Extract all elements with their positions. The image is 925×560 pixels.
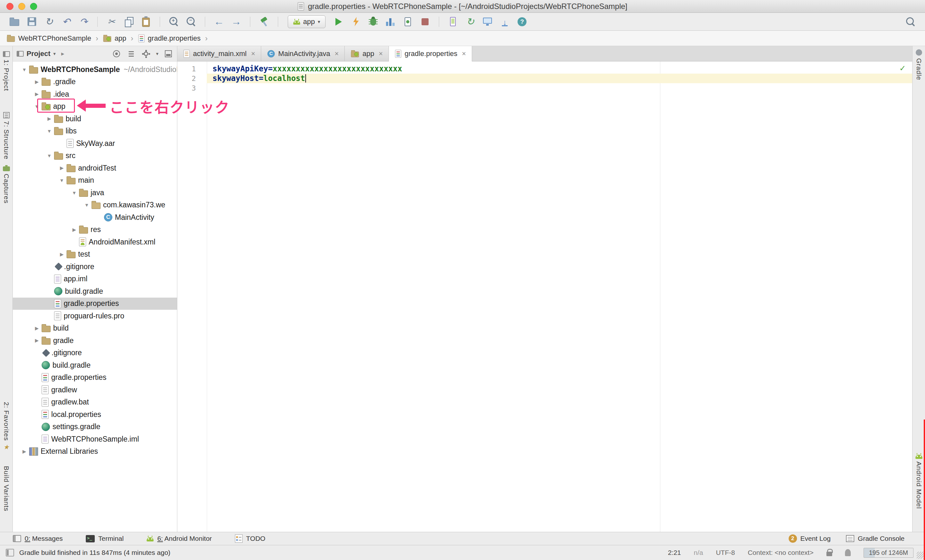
tree-item-webrtcphonesample[interactable]: ▼WebRTCPhoneSample~/AndroidStudioProject… — [13, 63, 177, 76]
stripe-button-1-project[interactable]: 1: Project — [0, 51, 12, 91]
editor-tab-app[interactable]: app× — [345, 46, 389, 61]
undo-icon[interactable] — [60, 15, 73, 29]
collapse-all-icon[interactable] — [127, 49, 136, 59]
tree-item-webrtcphonesample-iml[interactable]: WebRTCPhoneSample.iml — [13, 433, 177, 446]
stripe-button-7-structure[interactable]: 7: Structure — [0, 112, 12, 160]
tree-item-gradle-properties[interactable]: gradle.properties — [13, 298, 177, 310]
tree-item-build-gradle[interactable]: build.gradle — [13, 285, 177, 298]
avd-manager-icon[interactable] — [446, 15, 459, 29]
tree-item-com-kawasin73-we[interactable]: ▼com.kawasin73.we — [13, 199, 177, 212]
collapsed-arrow-icon[interactable]: ▶ — [32, 337, 42, 343]
tree-item-gradlew-bat[interactable]: gradlew.bat — [13, 396, 177, 409]
hide-icon[interactable] — [164, 49, 173, 59]
search-icon[interactable] — [904, 15, 917, 29]
gradle-console-button[interactable]: Gradle Console — [846, 535, 904, 542]
paste-icon[interactable] — [139, 15, 153, 29]
breadcrumb-item-gradle-properties[interactable]: gradle.properties — [138, 34, 201, 43]
editor-tab-activity-main-xml[interactable]: activity_main.xml× — [177, 46, 261, 61]
tree-item-build-gradle[interactable]: build.gradle — [13, 359, 177, 372]
tree-item-gradlew[interactable]: gradlew — [13, 384, 177, 396]
expanded-arrow-icon[interactable]: ▼ — [45, 128, 54, 134]
tree-item-androidmanifest-xml[interactable]: AndroidManifest.xml — [13, 236, 177, 248]
tree-item-external-libraries[interactable]: ▶External Libraries — [13, 446, 177, 458]
tree-item-proguard-rules-pro[interactable]: proguard-rules.pro — [13, 310, 177, 322]
tree-item-mainactivity[interactable]: MainActivity — [13, 211, 177, 224]
coverage-icon[interactable] — [384, 15, 397, 29]
breadcrumb-item-app[interactable]: app — [103, 34, 127, 42]
help-icon[interactable] — [515, 15, 529, 29]
lock-icon[interactable] — [826, 552, 832, 556]
close-tab-icon[interactable]: × — [462, 50, 466, 58]
stripe-button-captures[interactable]: Captures — [0, 165, 12, 203]
caret-position[interactable]: 2:21 — [668, 549, 681, 557]
toolwindow-button-0-messages[interactable]: 0: Messages — [13, 535, 63, 542]
editor-tab-mainactivity-java[interactable]: MainActivity.java× — [261, 46, 345, 61]
open-icon[interactable] — [8, 15, 21, 29]
tree-item-gradle[interactable]: ▶.gradle — [13, 76, 177, 88]
close-tab-icon[interactable]: × — [379, 50, 383, 58]
back-icon[interactable] — [212, 15, 226, 29]
forward-icon[interactable] — [229, 15, 243, 29]
copy-icon[interactable] — [122, 15, 136, 29]
cut-icon[interactable] — [105, 15, 118, 29]
run-configuration-select[interactable]: app▾ — [288, 15, 325, 28]
tree-item-gradle-properties[interactable]: gradle.properties — [13, 372, 177, 384]
stripe-button-android-model[interactable]: Android Model — [913, 453, 925, 509]
expanded-arrow-icon[interactable]: ▼ — [69, 190, 79, 196]
collapsed-arrow-icon[interactable]: ▶ — [45, 116, 54, 122]
code-line-1[interactable]: 1skywayApiKey=xxxxxxxxxxxxxxxxxxxxxxxxxx… — [177, 64, 912, 74]
tree-item-res[interactable]: ▶res — [13, 224, 177, 236]
close-window-icon[interactable] — [6, 3, 14, 10]
sync-icon[interactable] — [42, 15, 56, 29]
collapsed-arrow-icon[interactable]: ▶ — [32, 79, 42, 85]
code-line-2[interactable]: 2skywayHost=localhost — [177, 74, 912, 83]
sync-project-icon[interactable] — [464, 15, 477, 29]
collapsed-arrow-icon[interactable]: ▶ — [57, 251, 66, 257]
tree-item-test[interactable]: ▶test — [13, 248, 177, 261]
close-tab-icon[interactable]: × — [335, 50, 339, 58]
locate-icon[interactable] — [112, 49, 121, 59]
code-line-3[interactable]: 3 — [177, 83, 912, 93]
zoom-in-icon[interactable] — [167, 15, 181, 29]
stop-icon[interactable] — [418, 15, 432, 29]
instant-run-icon[interactable] — [349, 15, 363, 29]
collapsed-arrow-icon[interactable]: ▶ — [32, 325, 42, 331]
run-icon[interactable] — [332, 15, 345, 29]
highlighting-level-icon[interactable] — [845, 549, 851, 556]
expanded-arrow-icon[interactable]: ▼ — [20, 67, 29, 72]
sdk-manager-icon[interactable] — [498, 15, 511, 29]
tree-item-src[interactable]: ▼src — [13, 150, 177, 162]
expanded-arrow-icon[interactable]: ▼ — [45, 153, 54, 158]
collapsed-arrow-icon[interactable]: ▶ — [69, 227, 79, 233]
close-tab-icon[interactable]: × — [251, 50, 255, 58]
tree-item-app-iml[interactable]: app.iml — [13, 273, 177, 285]
collapsed-arrow-icon[interactable]: ▶ — [57, 165, 66, 171]
fullscreen-window-icon[interactable] — [30, 3, 37, 10]
editor[interactable]: 1skywayApiKey=xxxxxxxxxxxxxxxxxxxxxxxxxx… — [177, 62, 912, 532]
device-monitor-icon[interactable] — [481, 15, 494, 29]
file-encoding-indicator[interactable]: UTF-8 — [716, 549, 735, 557]
line-separator-indicator[interactable]: n/a — [694, 549, 703, 557]
stripe-button-build-variants[interactable]: Build Variants — [0, 466, 12, 511]
tree-item-settings-gradle[interactable]: settings.gradle — [13, 421, 177, 433]
project-panel-title[interactable]: Project — [27, 50, 51, 58]
stripe-button-2-favorites[interactable]: 2: Favorites — [0, 402, 12, 450]
tree-item-gitignore[interactable]: .gitignore — [13, 260, 177, 273]
toolwindow-button-terminal[interactable]: Terminal — [86, 535, 124, 542]
expanded-arrow-icon[interactable]: ▼ — [57, 178, 66, 183]
tree-item-main[interactable]: ▼main — [13, 175, 177, 187]
zoom-out-icon[interactable] — [184, 15, 198, 29]
tree-item-build[interactable]: ▶build — [13, 322, 177, 335]
collapsed-arrow-icon[interactable]: ▶ — [32, 91, 42, 97]
tree-item-skyway-aar[interactable]: SkyWay.aar — [13, 137, 177, 150]
stripe-button-gradle[interactable]: Gradle — [913, 49, 925, 80]
save-icon[interactable] — [25, 15, 38, 29]
editor-tab-gradle-properties[interactable]: gradle.properties× — [389, 46, 472, 62]
resize-grip[interactable] — [917, 552, 924, 559]
status-message[interactable]: Gradle build finished in 11s 847ms (4 mi… — [19, 549, 170, 557]
tree-item-androidtest[interactable]: ▶androidTest — [13, 162, 177, 175]
attach-debugger-icon[interactable] — [401, 15, 414, 29]
debug-icon[interactable] — [366, 15, 380, 29]
tree-item-libs[interactable]: ▼libs — [13, 125, 177, 138]
tree-item-java[interactable]: ▼java — [13, 187, 177, 199]
